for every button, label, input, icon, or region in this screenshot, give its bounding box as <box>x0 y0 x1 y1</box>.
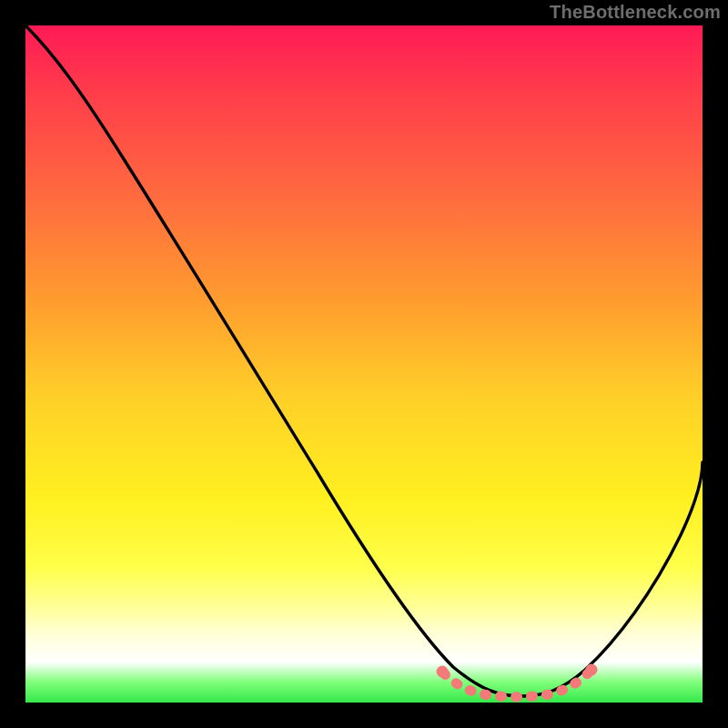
curve-layer <box>25 25 703 703</box>
plot-area <box>25 25 703 703</box>
chart-frame: TheBottleneck.com <box>0 0 728 728</box>
bottleneck-curve <box>25 25 703 696</box>
watermark-text: TheBottleneck.com <box>550 2 721 23</box>
highlight-end-dot <box>586 664 598 676</box>
highlight-start-dot <box>437 666 449 678</box>
